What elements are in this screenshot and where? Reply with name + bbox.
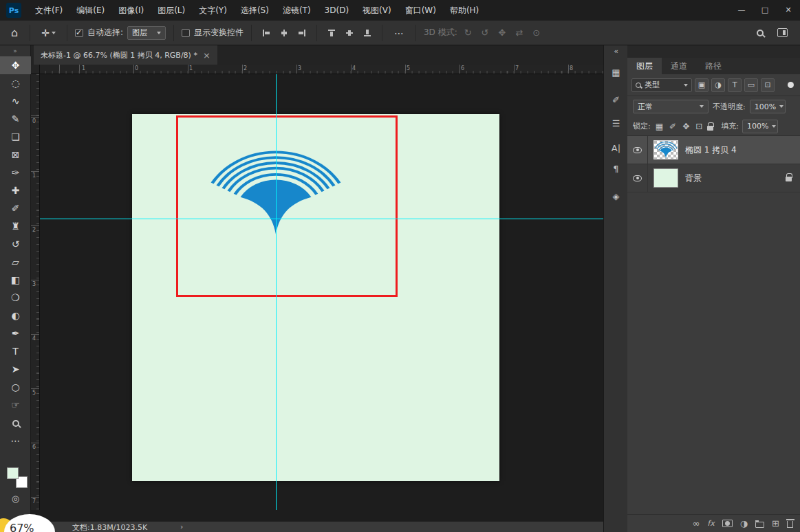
- lock-artboard-icon[interactable]: ⊡: [694, 122, 704, 131]
- menu-view[interactable]: 视图(V): [356, 0, 398, 21]
- eraser-tool[interactable]: ▱: [0, 253, 31, 271]
- menu-layer[interactable]: 图层(L): [151, 0, 192, 21]
- properties-panel-icon[interactable]: ▦: [604, 67, 628, 78]
- dodge-tool[interactable]: ◐: [0, 307, 31, 324]
- layer-thumbnail[interactable]: [653, 168, 678, 188]
- horizontal-guide[interactable]: [40, 219, 603, 219]
- collapse-panels-icon[interactable]: «: [604, 47, 628, 56]
- more-options-icon[interactable]: ⋯: [390, 27, 408, 38]
- crop-tool[interactable]: ❏: [0, 128, 31, 146]
- new-group-icon[interactable]: [755, 522, 764, 528]
- tab-paths[interactable]: 路径: [696, 58, 731, 74]
- foreground-color-swatch[interactable]: [7, 467, 19, 479]
- status-chevron-icon[interactable]: ›: [180, 522, 183, 531]
- filter-pixel-layers-icon[interactable]: ▣: [695, 78, 709, 92]
- tab-channels[interactable]: 通道: [662, 58, 696, 74]
- paragraph-panel-icon[interactable]: ¶: [604, 164, 628, 174]
- auto-select-checkbox[interactable]: [75, 29, 83, 37]
- ellipse-tool[interactable]: ○: [0, 378, 31, 396]
- menu-type[interactable]: 文字(Y): [192, 0, 234, 21]
- menu-window[interactable]: 窗口(W): [398, 0, 443, 21]
- frame-tool[interactable]: ⊠: [0, 146, 31, 164]
- filter-toggle-icon[interactable]: [788, 82, 794, 88]
- elliptical-marquee-tool[interactable]: ◌: [0, 74, 31, 92]
- visibility-cell[interactable]: [627, 136, 648, 164]
- tab-layers[interactable]: 图层: [627, 58, 662, 74]
- lock-position-icon[interactable]: ✥: [681, 122, 691, 131]
- toolbar-collapse-icon[interactable]: »: [0, 45, 30, 56]
- brushes-panel-icon[interactable]: ✐: [604, 95, 628, 105]
- filter-adjustment-layers-icon[interactable]: ◑: [711, 78, 725, 92]
- path-selection-tool[interactable]: ➤: [0, 360, 31, 378]
- workspace-switcher-icon[interactable]: [777, 28, 788, 37]
- brush-tool[interactable]: ✐: [0, 199, 31, 217]
- menu-select[interactable]: 选择(S): [234, 0, 276, 21]
- pasteboard[interactable]: [40, 74, 603, 510]
- more-tools-button[interactable]: ⋯: [0, 432, 31, 450]
- 3d-roll-icon[interactable]: ↺: [479, 27, 492, 38]
- 3d-slide-icon[interactable]: ⇄: [512, 27, 526, 38]
- pen-tool[interactable]: ✒: [0, 324, 31, 342]
- align-bottom-icon[interactable]: [363, 28, 372, 38]
- lock-pixels-icon[interactable]: ✐: [668, 122, 678, 131]
- home-icon[interactable]: ⌂: [7, 26, 22, 39]
- fill-dropdown[interactable]: 100%: [742, 120, 778, 133]
- quick-selection-tool[interactable]: ✎: [0, 110, 31, 128]
- clone-stamp-tool[interactable]: ♜: [0, 217, 31, 235]
- delete-layer-icon[interactable]: [787, 521, 793, 528]
- history-brush-tool[interactable]: ↺: [0, 235, 31, 253]
- active-tool-preset[interactable]: ✛: [38, 27, 59, 38]
- filter-smart-objects-icon[interactable]: ⊡: [761, 78, 775, 92]
- align-right-icon[interactable]: [297, 28, 307, 38]
- close-button[interactable]: ✕: [777, 0, 800, 21]
- tab-close-icon[interactable]: ×: [203, 50, 210, 60]
- character-panel-icon[interactable]: A|: [604, 143, 628, 153]
- auto-select-target-dropdown[interactable]: 图层: [127, 26, 166, 40]
- lock-transparency-icon[interactable]: ▦: [654, 122, 664, 131]
- brush-settings-panel-icon[interactable]: ☰: [604, 118, 628, 129]
- hand-tool[interactable]: ☞: [0, 396, 31, 414]
- menu-filter[interactable]: 滤镜(T): [276, 0, 318, 21]
- menu-image[interactable]: 图像(I): [111, 0, 151, 21]
- horizontal-ruler[interactable]: 1 0 1 2 3 4 5 6 7 8: [40, 65, 603, 74]
- layer-name[interactable]: 背景: [685, 173, 702, 184]
- filter-shape-layers-icon[interactable]: ▭: [744, 78, 758, 92]
- eyedropper-tool[interactable]: ✑: [0, 164, 31, 181]
- align-center-icon[interactable]: [279, 28, 289, 38]
- filter-type-layers-icon[interactable]: T: [728, 78, 742, 92]
- menu-help[interactable]: 帮助(H): [443, 0, 486, 21]
- 3d-panel-icon[interactable]: ◈: [604, 191, 628, 201]
- filter-type-dropdown[interactable]: 类型: [631, 78, 692, 92]
- healing-brush-tool[interactable]: ✚: [0, 181, 31, 199]
- document-tab[interactable]: 未标题-1 @ 66.7% (椭圆 1 拷贝 4, RGB/8) * ×: [34, 45, 217, 65]
- layer-name[interactable]: 椭圆 1 拷贝 4: [685, 144, 737, 156]
- vertical-guide[interactable]: [276, 74, 277, 510]
- quick-mask-icon[interactable]: ◎: [0, 494, 31, 504]
- blend-mode-dropdown[interactable]: 正常: [633, 100, 709, 113]
- move-tool[interactable]: ✥: [0, 56, 31, 74]
- align-middle-icon[interactable]: [345, 28, 354, 38]
- link-layers-icon[interactable]: ∞: [693, 515, 700, 532]
- visibility-cell[interactable]: [627, 164, 648, 192]
- minimize-button[interactable]: —: [730, 0, 753, 21]
- document-viewport[interactable]: 1 0 1 2 3 4 5 6 7 8 0 1 2 3 4 5 6 7: [31, 65, 603, 510]
- 3d-pan-icon[interactable]: ✥: [495, 27, 508, 38]
- vertical-ruler[interactable]: 0 1 2 3 4 5 6 7: [31, 74, 40, 510]
- menu-file[interactable]: 文件(F): [28, 0, 69, 21]
- gradient-tool[interactable]: ◧: [0, 271, 31, 289]
- adjustment-layer-icon[interactable]: ◑: [740, 515, 748, 532]
- type-tool[interactable]: T: [0, 342, 31, 360]
- blur-tool[interactable]: ❍: [0, 289, 31, 307]
- layer-row-ellipse-copy[interactable]: 椭圆 1 拷贝 4: [627, 136, 800, 164]
- add-layer-mask-icon[interactable]: [722, 520, 733, 527]
- zoom-tool[interactable]: [0, 414, 31, 432]
- layer-thumbnail[interactable]: [653, 140, 678, 159]
- align-left-icon[interactable]: [261, 28, 271, 38]
- 3d-dolly-icon[interactable]: ⊙: [530, 27, 543, 38]
- menu-3d[interactable]: 3D(D): [318, 0, 356, 21]
- 3d-orbit-icon[interactable]: ↻: [462, 27, 475, 38]
- zoom-level-field[interactable]: 67%: [10, 522, 34, 532]
- maximize-button[interactable]: □: [753, 0, 777, 21]
- layer-style-icon[interactable]: fx: [707, 519, 714, 528]
- layer-row-background[interactable]: 背景: [627, 164, 800, 192]
